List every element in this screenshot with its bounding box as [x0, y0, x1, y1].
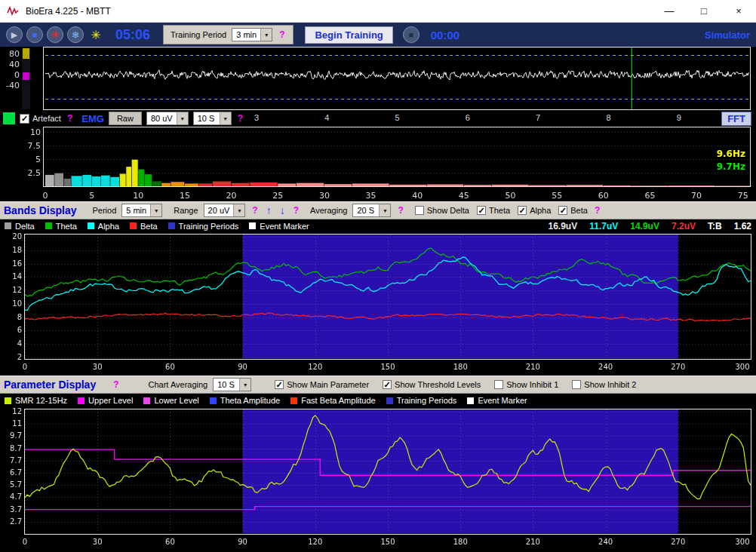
fft-spectrum-chart [0, 127, 756, 201]
legend-label: Training Periods [179, 222, 239, 231]
averaging-select[interactable]: 20 S ▼ [352, 204, 391, 217]
legend-item-delta: Delta [5, 222, 35, 231]
flash-button[interactable]: ✳ [88, 26, 104, 43]
play-button[interactable]: ▶ [6, 26, 23, 43]
eeg-time-label: 4 [324, 113, 329, 122]
help-icon[interactable]: ? [250, 205, 259, 216]
pause-button[interactable]: ■ [26, 26, 43, 43]
range-up-button[interactable]: ↑ [265, 204, 273, 216]
title-bar: BioEra 4.225 - MBTT — □ × [0, 0, 756, 23]
checkbox-label: Show Main Parameter [287, 380, 369, 389]
legend-item-beta: Beta [130, 222, 158, 231]
freeze-button[interactable]: ❄ [67, 26, 84, 43]
checkbox-label: Theta [489, 206, 510, 215]
checkbox-beta[interactable]: ✓Beta [558, 206, 588, 215]
minimize-button[interactable]: — [652, 0, 687, 22]
eeg-time-label: 5 [395, 113, 400, 122]
dropdown-arrow-icon[interactable]: ▼ [239, 379, 250, 391]
training-period-select[interactable]: 3 min ▼ [232, 28, 272, 41]
legend-color-swatch [249, 222, 256, 229]
legend-label: Upper Level [88, 396, 133, 405]
legend-color-swatch [88, 222, 94, 229]
checkbox-label: Show Threshold Levels [395, 380, 481, 389]
range-select[interactable]: 20 uV ▼ [204, 204, 246, 217]
legend-item-training-periods: Training Periods [168, 222, 239, 231]
checkbox-box: ✓ [477, 206, 486, 215]
legend-label: Delta [15, 222, 35, 231]
eeg-time-axis: 3456789 [0, 110, 756, 127]
maximize-button[interactable]: □ [687, 0, 721, 22]
dropdown-arrow-icon[interactable]: ▼ [260, 29, 272, 41]
legend-color-swatch [143, 397, 150, 404]
legend-item-alpha: Alpha [88, 222, 119, 231]
red-asterisk-button[interactable]: ✳ [47, 26, 63, 43]
legend-item-lower-level: Lower Level [143, 396, 198, 405]
readout-t-b: T:B [708, 221, 722, 232]
legend-item-theta-amplitude: Theta Amplitude [210, 396, 281, 405]
select-value: 10 S [214, 380, 239, 389]
checkbox-alpha[interactable]: ✓Alpha [518, 206, 551, 215]
dropdown-arrow-icon[interactable]: ▼ [150, 204, 161, 216]
close-button[interactable]: × [721, 0, 756, 22]
checkbox-box: ✓ [383, 380, 392, 389]
legend-label: Theta [56, 222, 77, 231]
checkbox-show-inhibit-1[interactable]: Show Inhibit 1 [494, 380, 558, 389]
chart-averaging-select[interactable]: 10 S ▼ [213, 378, 251, 391]
help-icon[interactable]: ? [292, 205, 300, 216]
legend-item-event-marker: Event Marker [467, 396, 527, 405]
select-value: 3 min [232, 30, 260, 39]
period-select[interactable]: 5 min ▼ [121, 204, 162, 217]
legend-label: Event Marker [260, 222, 309, 231]
toolbar: ▶ ■ ✳ ❄ ✳ 05:06 Training Period 3 min ▼ … [0, 23, 756, 47]
chart-averaging-label: Chart Averaging [149, 380, 208, 389]
period-label: Period [92, 206, 116, 215]
checkbox-box [572, 380, 581, 389]
help-icon[interactable]: ? [112, 379, 120, 390]
readout-7-2uv: 7.2uV [671, 221, 696, 232]
legend-label: Theta Amplitude [220, 396, 281, 405]
checkbox-box: ✓ [275, 380, 284, 389]
legend-label: SMR 12-15Hz [15, 396, 67, 405]
checkbox-label: Show Inhibit 2 [584, 380, 636, 389]
legend-color-swatch [5, 397, 11, 404]
stop-button[interactable]: ■ [403, 26, 419, 43]
dropdown-arrow-icon[interactable]: ▼ [379, 204, 390, 216]
begin-training-button[interactable]: Begin Training [305, 26, 392, 44]
readout-11-7uv: 11.7uV [589, 221, 618, 232]
legend-color-swatch [45, 222, 52, 229]
checkbox-show-threshold-levels[interactable]: ✓Show Threshold Levels [383, 380, 481, 389]
dropdown-arrow-icon[interactable]: ▼ [233, 204, 244, 216]
legend-color-swatch [78, 397, 85, 404]
pause-icon: ■ [32, 30, 38, 39]
legend-item-upper-level: Upper Level [78, 396, 133, 405]
eeg-time-label: 9 [677, 113, 681, 122]
checkbox-show-main-parameter[interactable]: ✓Show Main Parameter [275, 380, 369, 389]
legend-label: Event Marker [478, 396, 527, 405]
simulator-label[interactable]: Simulator [705, 29, 750, 41]
select-value: 20 S [353, 206, 379, 215]
parameter-legend: SMR 12-15HzUpper LevelLower LevelTheta A… [5, 396, 527, 405]
legend-color-swatch [5, 222, 11, 229]
eeg-raw-chart [0, 47, 756, 110]
stop-icon: ■ [408, 30, 413, 39]
checkbox-show-delta[interactable]: Show Delta [415, 206, 469, 215]
help-icon[interactable]: ? [593, 205, 601, 216]
training-period-label: Training Period [171, 30, 226, 39]
emg-controls-row: ✓ Artefact ? EMG Raw 80 uV ▼ 10 S ▼ ? 34… [0, 110, 756, 127]
checkbox-label: Show Inhibit 1 [506, 380, 558, 389]
snowflake-icon: ❄ [72, 29, 80, 41]
readout-14-9uv: 14.9uV [630, 221, 659, 232]
select-value: 20 uV [204, 206, 234, 215]
bands-chart [0, 232, 756, 376]
range-down-button[interactable]: ↓ [278, 204, 287, 216]
eeg-time-label: 6 [466, 113, 470, 122]
window-title: BioEra 4.225 - MBTT [26, 6, 111, 17]
help-icon[interactable]: ? [278, 29, 286, 40]
checkbox-theta[interactable]: ✓Theta [477, 206, 510, 215]
bands-checkboxes: Show Delta✓Theta✓Alpha✓Beta [415, 206, 588, 215]
help-icon[interactable]: ? [396, 205, 404, 216]
parameter-legend-row: SMR 12-15HzUpper LevelLower LevelTheta A… [0, 394, 756, 407]
eeg-time-label: 8 [606, 113, 610, 122]
checkbox-show-inhibit-2[interactable]: Show Inhibit 2 [572, 380, 636, 389]
legend-item-event-marker: Event Marker [249, 222, 309, 231]
